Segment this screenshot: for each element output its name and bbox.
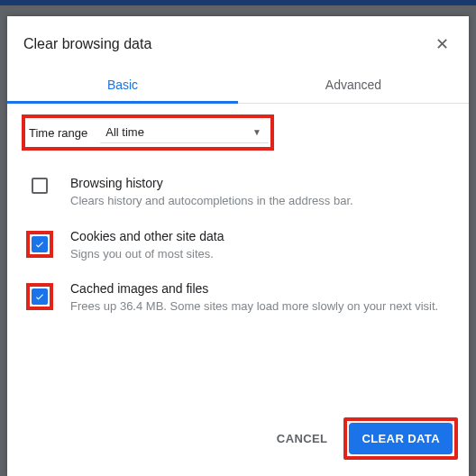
checkbox-highlight: [26, 231, 53, 258]
option-desc: Frees up 36.4 MB. Some sites may load mo…: [70, 298, 454, 315]
option-title: Browsing history: [70, 176, 454, 193]
time-range-value: All time: [105, 125, 144, 139]
option-title: Cached images and files: [70, 281, 454, 298]
checkbox-browsing-history[interactable]: [32, 178, 48, 194]
option-row: Cached images and filesFrees up 36.4 MB.…: [22, 274, 454, 327]
tab-bar: Basic Advanced: [7, 67, 469, 104]
chevron-down-icon: ▼: [252, 127, 261, 137]
close-icon[interactable]: ✕: [432, 32, 453, 56]
checkbox-highlight: [26, 283, 53, 310]
clear-data-highlight: CLEAR DATA: [343, 417, 458, 460]
option-row: Browsing historyClears history and autoc…: [22, 169, 454, 222]
option-desc: Signs you out of most sites.: [70, 246, 454, 262]
time-range-select[interactable]: All time ▼: [100, 122, 267, 142]
checkbox-cookies[interactable]: [32, 236, 48, 252]
time-range-highlight: Time range All time ▼: [22, 114, 274, 151]
tab-advanced[interactable]: Advanced: [238, 67, 469, 103]
option-title: Cookies and other site data: [70, 229, 454, 246]
tab-basic[interactable]: Basic: [7, 67, 238, 104]
clear-browsing-data-dialog: Clear browsing data ✕ Basic Advanced Tim…: [7, 16, 469, 476]
option-desc: Clears history and autocompletions in th…: [70, 193, 454, 209]
checkbox-cached-files[interactable]: [32, 288, 48, 305]
time-range-label: Time range: [27, 126, 87, 140]
clear-data-button[interactable]: CLEAR DATA: [349, 423, 453, 454]
option-row: Cookies and other site dataSigns you out…: [22, 222, 454, 275]
dialog-title: Clear browsing data: [23, 36, 432, 52]
cancel-button[interactable]: CANCEL: [264, 417, 341, 460]
